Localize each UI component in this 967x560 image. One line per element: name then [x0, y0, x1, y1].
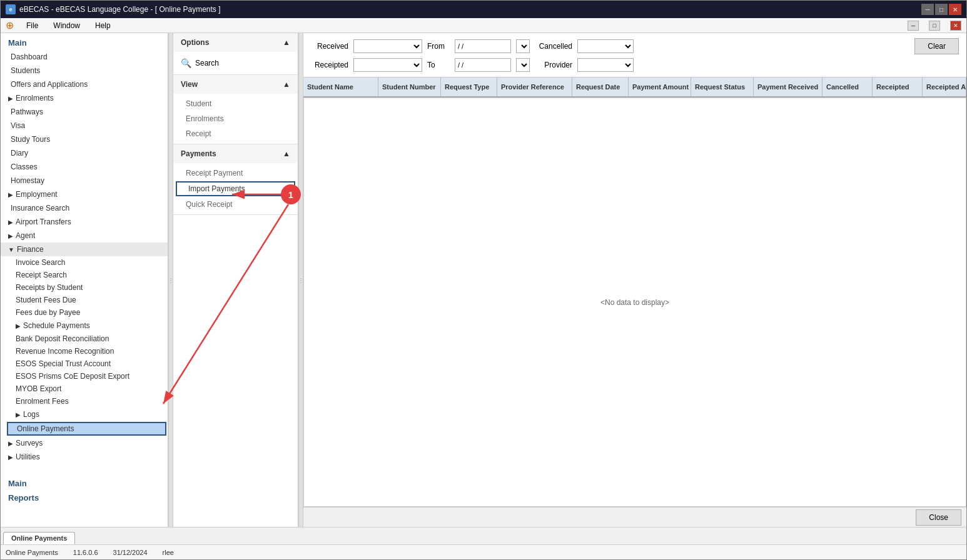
sidebar-item-bank-deposit[interactable]: Bank Deposit Reconciliation [6, 332, 168, 345]
search-item[interactable]: 🔍 Search [173, 54, 298, 72]
sidebar-footer: Main Reports [1, 474, 168, 508]
sidebar-item-schedule-label: Schedule Payments [23, 321, 90, 330]
sidebar-item-homestay[interactable]: Homestay [1, 174, 168, 188]
sidebar-item-enrolments-label: Enrolments [16, 94, 54, 102]
options-section-header[interactable]: Options ▲ [173, 33, 298, 52]
sidebar-item-student-fees-due[interactable]: Student Fees Due [6, 294, 168, 306]
inner-close-button[interactable]: ✕ [950, 21, 961, 31]
sidebar-item-agent-label: Agent [16, 231, 35, 240]
enrolments-arrow-icon: ▶ [8, 95, 13, 102]
to-date-select[interactable]: ▼ [516, 58, 530, 72]
sidebar: Main Dashboard Students Offers and Appli… [1, 33, 168, 527]
sidebar-item-surveys[interactable]: ▶ Surveys [1, 436, 168, 450]
options-content: 🔍 Search [173, 52, 298, 74]
sidebar-item-diary[interactable]: Diary [1, 146, 168, 160]
view-section-header[interactable]: View ▲ [173, 75, 298, 94]
sidebar-item-receipts-by-student[interactable]: Receipts by Student [6, 281, 168, 294]
sidebar-item-online-payments[interactable]: Online Payments [7, 422, 166, 436]
search-icon: 🔍 [181, 58, 191, 68]
sidebar-item-schedule-payments[interactable]: ▶ Schedule Payments [6, 319, 168, 332]
finance-subitems: Invoice Search Receipt Search Receipts b… [1, 256, 168, 436]
sidebar-item-classes[interactable]: Classes [1, 160, 168, 174]
sidebar-item-esos-prisms[interactable]: ESOS Prisms CoE Deposit Export [6, 370, 168, 382]
sidebar-item-finance[interactable]: ▼ Finance [1, 242, 168, 256]
payments-title: Payments [181, 149, 216, 158]
sidebar-item-fees-due-by-payee[interactable]: Fees due by Payee [6, 306, 168, 319]
options-collapse-icon: ▲ [283, 38, 290, 47]
table-header: Student Name Student Number Request Type… [303, 78, 966, 98]
panel-divider-handle[interactable]: ⋮ [298, 33, 303, 527]
cancelled-select[interactable] [577, 39, 634, 53]
maximize-button[interactable]: □ [935, 4, 948, 15]
from-date-input[interactable] [455, 39, 511, 53]
payments-section: Payments ▲ Receipt Payment Import Paymen… [173, 144, 298, 215]
sidebar-item-logs[interactable]: ▶ Logs [6, 408, 168, 421]
filter-row-1: Received From ▼ Cancelled Clear [311, 38, 959, 54]
sidebar-item-offers[interactable]: Offers and Applications [1, 78, 168, 91]
payment-quick-receipt[interactable]: Quick Receipt [173, 197, 298, 212]
sidebar-item-enrolments[interactable]: ▶ Enrolments [1, 91, 168, 105]
to-date-input[interactable] [455, 58, 511, 72]
sidebar-item-airport-transfers[interactable]: ▶ Airport Transfers [1, 215, 168, 229]
sidebar-footer-reports[interactable]: Reports [8, 493, 160, 502]
main-content-panel: Received From ▼ Cancelled Clear [303, 33, 966, 527]
sidebar-item-employment[interactable]: ▶ Employment [1, 188, 168, 201]
sidebar-item-esos-trust[interactable]: ESOS Special Trust Account [6, 358, 168, 370]
agent-arrow-icon: ▶ [8, 232, 13, 239]
col-header-receipted-amount: Receipted Amou... [923, 78, 966, 96]
from-label: From [427, 42, 450, 51]
sidebar-item-visa[interactable]: Visa [1, 119, 168, 132]
payment-import-payments[interactable]: Import Payments [176, 181, 295, 196]
options-panel: Options ▲ 🔍 Search View ▲ Student [173, 33, 298, 527]
sidebar-item-insurance-search[interactable]: Insurance Search [1, 201, 168, 215]
provider-label: Provider [535, 61, 572, 69]
sidebar-divider-handle[interactable]: ⋮ [168, 33, 173, 527]
payments-section-header[interactable]: Payments ▲ [173, 144, 298, 163]
finance-arrow-icon: ▼ [8, 246, 14, 253]
view-student[interactable]: Student [173, 96, 298, 111]
received-label: Received [311, 42, 348, 51]
menu-file[interactable]: File [24, 20, 41, 31]
status-module: Online Payments [6, 549, 58, 556]
close-window-button[interactable]: ✕ [949, 4, 961, 15]
tab-online-payments[interactable]: Online Payments [3, 532, 75, 544]
sidebar-item-dashboard[interactable]: Dashboard [1, 50, 168, 64]
sidebar-item-agent[interactable]: ▶ Agent [1, 229, 168, 242]
logs-arrow-icon: ▶ [16, 411, 21, 418]
view-content: Student Enrolments Receipt [173, 94, 298, 144]
sidebar-item-receipt-search[interactable]: Receipt Search [6, 269, 168, 281]
payments-collapse-icon: ▲ [283, 149, 290, 158]
view-enrolments[interactable]: Enrolments [173, 111, 298, 126]
minimize-button[interactable]: ─ [921, 4, 934, 15]
sidebar-item-revenue[interactable]: Revenue Income Recognition [6, 345, 168, 358]
app-title: eBECAS - eBECAS Language College - [ Onl… [19, 5, 221, 14]
sidebar-item-myob-export[interactable]: MYOB Export [6, 382, 168, 395]
airport-arrow-icon: ▶ [8, 219, 13, 226]
provider-select[interactable] [577, 58, 634, 72]
view-receipt[interactable]: Receipt [173, 126, 298, 141]
close-button[interactable]: Close [916, 509, 961, 526]
cancelled-label: Cancelled [535, 42, 572, 51]
inner-max-button[interactable]: □ [929, 21, 940, 31]
surveys-arrow-icon: ▶ [8, 440, 13, 447]
from-date-select[interactable]: ▼ [516, 39, 530, 53]
menu-window[interactable]: Window [51, 20, 83, 31]
sidebar-item-students[interactable]: Students [1, 64, 168, 78]
sidebar-item-utilities-label: Utilities [16, 452, 40, 461]
bottom-action-bar: Close [303, 507, 966, 527]
sidebar-item-utilities[interactable]: ▶ Utilities [1, 450, 168, 464]
sidebar-item-pathways[interactable]: Pathways [1, 105, 168, 119]
menu-help[interactable]: Help [93, 20, 113, 31]
app-menu-icon: ⊕ [6, 19, 14, 31]
sidebar-item-study-tours[interactable]: Study Tours [1, 132, 168, 146]
inner-min-button[interactable]: ─ [908, 21, 919, 31]
sidebar-item-invoice-search[interactable]: Invoice Search [6, 256, 168, 269]
clear-button[interactable]: Clear [914, 38, 959, 54]
sidebar-item-enrolment-fees[interactable]: Enrolment Fees [6, 395, 168, 408]
sidebar-footer-main[interactable]: Main [8, 479, 160, 488]
received-select[interactable] [353, 39, 422, 53]
receipted-select[interactable] [353, 58, 422, 72]
to-label: To [427, 61, 450, 69]
payment-receipt-payment[interactable]: Receipt Payment [173, 166, 298, 181]
col-header-payment-amount: Payment Amount [629, 78, 691, 96]
